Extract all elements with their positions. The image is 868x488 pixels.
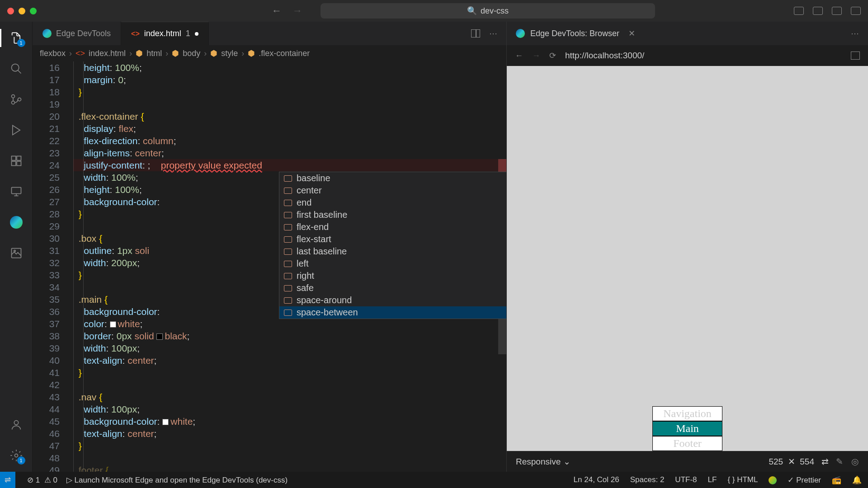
property-icon [284,310,292,316]
tab-index-html[interactable]: <> index.html 1 [121,22,209,45]
indentation[interactable]: Spaces: 2 [630,475,665,484]
browser-back-icon[interactable]: ← [515,51,523,61]
property-icon [284,200,292,206]
nav-forward-button[interactable]: → [292,5,302,17]
extensions-icon[interactable] [9,154,24,168]
settings-gear-icon[interactable]: 1 [9,448,24,463]
edge-devtools-icon[interactable] [9,215,24,230]
browser-url[interactable]: http://localhost:3000/ [565,51,644,61]
modified-indicator [195,32,198,36]
responsive-dropdown[interactable]: Responsive ⌄ [516,456,571,467]
activity-bar: 1 1 [0,22,33,472]
edge-status-icon[interactable] [769,475,777,484]
breadcrumb-item[interactable]: style [221,49,238,58]
explorer-icon[interactable]: 1 [9,31,24,45]
autocomplete-item[interactable]: flex-end [279,221,506,233]
cursor-position[interactable]: Ln 24, Col 26 [574,475,619,484]
gallery-icon[interactable] [9,246,24,260]
command-center-search[interactable]: 🔍 dev-css [321,3,655,19]
autocomplete-item[interactable]: space-between [279,306,506,319]
code-content[interactable]: height: 100%; margin: 0; } .flex-contain… [73,61,506,472]
layout-icon-3[interactable] [832,7,842,15]
breadcrumb-item[interactable]: .flex-container [259,49,310,58]
autocomplete-item[interactable]: space-around [279,294,506,306]
status-bar: ⇌ ⊘ 1 ⚠ 0 ▷ Launch Microsoft Edge and op… [0,472,868,488]
more-actions-icon[interactable]: ⋯ [489,28,497,38]
eol[interactable]: LF [708,475,717,484]
launch-task[interactable]: ▷ Launch Microsoft Edge and open the Edg… [66,475,288,485]
chevron-down-icon: ⌄ [563,457,571,466]
minimize-window-button[interactable] [19,8,25,14]
svg-point-1 [11,95,14,98]
remote-indicator[interactable]: ⇌ [0,472,15,488]
property-icon [284,261,292,267]
autocomplete-item[interactable]: right [279,270,506,282]
property-icon [284,273,292,279]
notifications-icon[interactable]: 🔔 [852,475,862,485]
viewport-dimensions: 525 ✕ 554 [578,456,814,467]
browser-status: Responsive ⌄ 525 ✕ 554 ⇄ ✎ ◎ [507,451,868,472]
language-mode[interactable]: { } HTML [727,475,758,484]
breadcrumb-item[interactable]: flexbox [40,49,66,58]
breadcrumb-item[interactable]: body [183,49,200,58]
run-debug-icon[interactable] [9,123,24,137]
preview-navigation: Navigation [652,406,722,421]
browser-reload-icon[interactable]: ⟳ [549,51,556,61]
close-window-button[interactable] [7,8,14,14]
tab-edge-devtools[interactable]: Edge DevTools [33,22,121,45]
autocomplete-item[interactable]: first baseline [279,209,506,221]
svg-point-10 [14,250,15,252]
autocomplete-item[interactable]: center [279,184,506,197]
autocomplete-item[interactable]: flex-start [279,233,506,245]
autocomplete-item[interactable]: safe [279,282,506,294]
window-controls [7,8,37,14]
prettier-status[interactable]: ✓ Prettier [788,475,821,485]
layout-icon-4[interactable] [851,7,861,15]
autocomplete-item[interactable]: end [279,197,506,209]
svg-rect-8 [11,188,21,194]
encoding[interactable]: UTF-8 [675,475,697,484]
nav-back-button[interactable]: ← [272,5,282,17]
split-editor-icon[interactable] [471,29,480,38]
open-devtools-icon[interactable] [851,52,860,60]
autocomplete-item[interactable]: last baseline [279,245,506,258]
svg-point-2 [11,101,14,104]
autocomplete-popup[interactable]: baselinecenterendfirst baselineflex-endf… [279,172,506,319]
html-file-icon: <> [131,30,140,38]
accounts-icon[interactable] [9,418,24,432]
autocomplete-item[interactable]: left [279,258,506,270]
breadcrumb[interactable]: flexbox› <>index.html› ⬢html› ⬢body› ⬢st… [33,45,506,61]
maximize-window-button[interactable] [30,8,37,14]
property-icon [284,224,292,230]
preview-footer: Footer [652,436,722,451]
search-icon: 🔍 [467,6,477,16]
browser-tab-title: Edge DevTools: Browser [530,29,619,38]
close-tab-icon[interactable]: ✕ [628,28,635,38]
breadcrumb-item[interactable]: index.html [89,49,126,58]
feedback-icon[interactable]: 📻 [832,475,841,485]
edge-icon [516,29,525,38]
autocomplete-item[interactable]: baseline [279,172,506,184]
layout-icon-1[interactable] [794,7,804,15]
browser-toolbar: ← → ⟳ http://localhost:3000/ [507,45,868,66]
svg-rect-7 [17,161,21,165]
property-icon [284,297,292,304]
problems-indicator[interactable]: ⊘ 1 ⚠ 0 [27,475,57,485]
line-gutter: 1617181920212223242526272829303132333435… [33,61,73,472]
browser-forward-icon[interactable]: → [532,51,540,61]
nav-history: ← → [272,5,302,17]
remote-explorer-icon[interactable] [9,184,24,199]
code-editor[interactable]: 1617181920212223242526272829303132333435… [33,61,506,472]
search-activity-icon[interactable] [9,61,24,76]
more-icon[interactable]: ⋯ [851,28,859,38]
breadcrumb-item[interactable]: html [146,49,162,58]
explorer-badge: 1 [17,39,25,47]
screencast-icon[interactable]: ✎ [836,456,843,467]
tab-diff-count: 1 [186,29,190,38]
rotate-icon[interactable]: ⇄ [821,456,829,467]
browser-viewport[interactable]: Navigation Main Footer [507,66,868,451]
layout-icon-2[interactable] [813,7,823,15]
source-control-icon[interactable] [9,92,24,107]
svg-point-12 [14,454,18,457]
inspect-icon[interactable]: ◎ [851,456,859,467]
